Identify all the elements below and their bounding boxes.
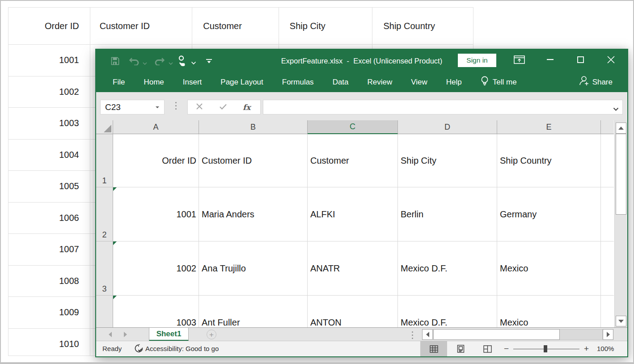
tab-insert[interactable]: Insert — [173, 72, 211, 92]
grid-header-ship-city[interactable]: Ship City — [279, 8, 373, 44]
grid-cell-order-id[interactable]: 1002 — [8, 76, 90, 108]
enter-icon[interactable] — [220, 103, 227, 111]
hscroll-left-button[interactable] — [422, 329, 433, 340]
touch-mode-dropdown-icon[interactable] — [191, 61, 196, 65]
tab-review[interactable]: Review — [358, 72, 402, 92]
cell-b1[interactable]: Customer ID — [199, 134, 308, 187]
name-box[interactable]: C23 — [100, 100, 165, 114]
cell-f2-partial[interactable] — [601, 187, 614, 241]
name-box-dropdown-icon[interactable] — [156, 106, 159, 108]
grid-cell-order-id[interactable]: 1007 — [8, 234, 90, 265]
column-header-e[interactable]: E — [497, 120, 601, 134]
tab-tell-me[interactable]: Tell me — [471, 72, 526, 92]
cell-a3[interactable]: 1002 — [113, 241, 199, 296]
grid-cell-order-id[interactable]: 1008 — [8, 266, 90, 297]
page-layout-view-button[interactable] — [447, 341, 474, 356]
grid-cell-order-id[interactable]: 1004 — [8, 140, 90, 171]
cell-f4-partial[interactable] — [601, 296, 614, 327]
expand-formula-bar-icon[interactable] — [613, 105, 619, 113]
grid-header-customer[interactable]: Customer — [192, 8, 279, 44]
hscroll-right-button[interactable] — [603, 329, 613, 340]
cell-f1-partial[interactable] — [601, 134, 614, 187]
cell-c4[interactable]: ANTON — [308, 296, 398, 327]
select-all-corner[interactable] — [96, 120, 113, 134]
cell-b4[interactable]: Ant Fuller — [199, 296, 308, 327]
undo-icon[interactable] — [129, 58, 139, 65]
new-sheet-button[interactable]: + — [207, 330, 216, 339]
column-header-a[interactable]: A — [113, 120, 199, 134]
redo-dropdown-icon[interactable] — [169, 62, 173, 65]
row-header-2[interactable]: 2 — [96, 187, 113, 241]
cell-e3[interactable]: Mexico — [497, 241, 601, 296]
column-header-b[interactable]: B — [199, 120, 308, 134]
cancel-icon[interactable] — [196, 103, 203, 111]
touch-mouse-mode-icon[interactable] — [178, 55, 186, 67]
redo-icon[interactable] — [154, 58, 165, 65]
formula-input[interactable] — [263, 100, 623, 114]
column-header-d[interactable]: D — [398, 120, 497, 134]
sheet-nav-left-icon[interactable] — [109, 332, 112, 337]
horizontal-scrollbar-thumb[interactable] — [433, 329, 560, 340]
cell-c2[interactable]: ALFKI — [308, 187, 398, 241]
cell-d2[interactable]: Berlin — [398, 187, 497, 241]
close-button[interactable] — [602, 50, 620, 72]
cell-b3[interactable]: Ana Trujillo — [199, 241, 308, 296]
column-header-c-selected[interactable]: C — [308, 120, 398, 134]
vertical-scrollbar[interactable] — [614, 120, 627, 327]
ribbon-display-options-button[interactable] — [510, 50, 528, 72]
zoom-level-label[interactable]: 100% — [597, 345, 615, 352]
tab-file[interactable]: File — [103, 72, 134, 92]
cell-c1[interactable]: Customer — [308, 134, 398, 187]
zoom-in-button[interactable]: + — [584, 344, 589, 354]
grid-cell-order-id[interactable]: 1001 — [8, 45, 90, 76]
normal-view-button[interactable] — [420, 341, 447, 356]
tab-view[interactable]: View — [402, 72, 437, 92]
tab-help[interactable]: Help — [437, 72, 471, 92]
scroll-up-button[interactable] — [616, 123, 626, 134]
tab-formulas[interactable]: Formulas — [273, 72, 323, 92]
accessibility-status-label[interactable]: Accessibility: Good to go — [145, 345, 219, 352]
vertical-scrollbar-thumb[interactable] — [616, 134, 626, 215]
row-header-3[interactable]: 3 — [96, 241, 113, 296]
tab-data[interactable]: Data — [323, 72, 358, 92]
grid-header-order-id[interactable]: Order ID — [8, 8, 90, 44]
row-header-4[interactable] — [96, 296, 113, 327]
grid-header-customer-id[interactable]: Customer ID — [90, 8, 193, 44]
share-button[interactable]: Share — [570, 72, 622, 92]
cell-d1[interactable]: Ship City — [398, 134, 497, 187]
sign-in-button[interactable]: Sign in — [458, 54, 496, 67]
grid-cell-order-id[interactable]: 1006 — [8, 203, 90, 234]
cell-f3-partial[interactable] — [601, 241, 614, 296]
cell-a2[interactable]: 1001 — [113, 187, 199, 241]
cell-e2[interactable]: Germany — [497, 187, 601, 241]
zoom-out-button[interactable]: − — [504, 344, 509, 354]
customize-qat-icon[interactable] — [206, 59, 212, 64]
column-header-f-partial[interactable] — [601, 120, 614, 134]
cell-e1[interactable]: Ship Country — [497, 134, 601, 187]
scroll-down-button[interactable] — [616, 316, 626, 326]
cell-b2[interactable]: Maria Anders — [199, 187, 308, 241]
tab-home[interactable]: Home — [134, 72, 173, 92]
zoom-slider-thumb[interactable] — [544, 345, 547, 352]
save-icon[interactable] — [111, 57, 119, 65]
cell-d4[interactable]: Mexico D.F. — [398, 296, 497, 327]
row-header-1[interactable]: 1 — [96, 134, 113, 187]
grid-header-ship-country[interactable]: Ship Country — [372, 8, 473, 44]
maximize-button[interactable] — [571, 50, 589, 72]
grid-cell-order-id[interactable]: 1009 — [8, 297, 90, 328]
grid-cell-order-id[interactable]: 1005 — [8, 171, 90, 202]
cell-e4[interactable]: Mexico — [497, 296, 601, 327]
insert-function-icon[interactable]: fx — [243, 103, 250, 112]
grid-cell-order-id[interactable]: 1003 — [8, 108, 90, 139]
cell-a1[interactable]: Order ID — [113, 134, 199, 187]
grid-cell-order-id[interactable]: 1010 — [8, 329, 90, 356]
tab-page-layout[interactable]: Page Layout — [211, 72, 272, 92]
cell-c3[interactable]: ANATR — [308, 241, 398, 296]
cell-a4[interactable]: 1003 — [113, 296, 199, 327]
minimize-button[interactable] — [541, 50, 559, 72]
sheet-nav-right-icon[interactable] — [124, 332, 127, 337]
cell-d3[interactable]: Mexico D.F. — [398, 241, 497, 296]
undo-dropdown-icon[interactable] — [143, 62, 147, 65]
sheet-tab-sheet1[interactable]: Sheet1 — [149, 328, 189, 341]
page-break-preview-button[interactable] — [474, 341, 501, 356]
